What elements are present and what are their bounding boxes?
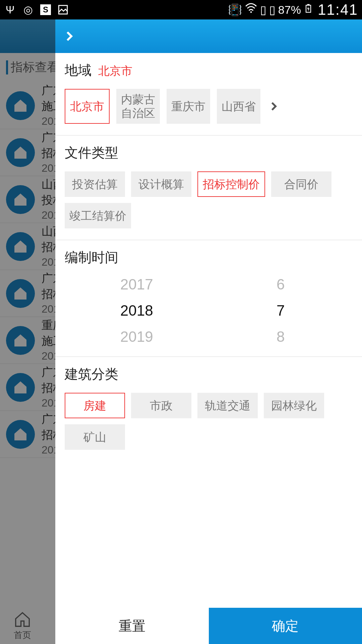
month-prev[interactable]: 6 <box>277 276 285 293</box>
category-chips: 房建 市政 轨道交通 园林绿化 矿山 <box>65 393 353 450</box>
clock: 11:41 <box>318 1 358 18</box>
year-prev[interactable]: 2017 <box>120 276 153 293</box>
year-picker[interactable]: 2017 2018 2019 <box>65 276 209 345</box>
filetype-chips: 投资估算 设计概算 招标控制价 合同价 竣工结算价 <box>65 171 353 228</box>
category-chip-fangjian[interactable]: 房建 <box>65 393 125 418</box>
month-next[interactable]: 8 <box>277 328 285 345</box>
status-left-icons: Ψ ◎ S <box>4 4 69 16</box>
sim2-icon: ▯ <box>269 3 276 16</box>
category-chip-kuangshan[interactable]: 矿山 <box>65 424 125 450</box>
region-chip-beijing[interactable]: 北京市 <box>65 89 110 124</box>
region-chip-chongqing[interactable]: 重庆市 <box>167 89 210 124</box>
battery-percent: 87% <box>278 3 301 16</box>
usb-icon: Ψ <box>4 4 16 16</box>
region-chip-row: 北京市 内蒙古 自治区 重庆市 山西省 <box>65 89 353 124</box>
section-category: 建筑分类 房建 市政 轨道交通 园林绿化 矿山 <box>55 357 362 461</box>
section-time-header: 编制时间 <box>65 248 353 267</box>
section-filetype-header: 文件类型 <box>65 144 353 162</box>
filetype-chip-jungong[interactable]: 竣工结算价 <box>65 203 131 228</box>
month-current[interactable]: 7 <box>277 302 285 319</box>
time-picker[interactable]: 2017 2018 2019 6 7 8 <box>65 276 353 345</box>
power-icon: ◎ <box>22 4 34 16</box>
app-icon-s: S <box>40 4 51 15</box>
category-chip-shizheng[interactable]: 市政 <box>131 393 191 418</box>
sim1-icon: ▯ <box>260 3 266 16</box>
status-right: 📳 ▯ ▯ 87% 11:41 <box>228 1 358 18</box>
filetype-chip-zhaobiao[interactable]: 招标控制价 <box>197 171 265 197</box>
svg-point-1 <box>250 11 252 13</box>
filetype-chip-hetong[interactable]: 合同价 <box>271 171 331 197</box>
confirm-button[interactable]: 确定 <box>209 608 362 644</box>
category-chip-guidao[interactable]: 轨道交通 <box>197 393 258 418</box>
filetype-chip-touzi[interactable]: 投资估算 <box>65 171 125 197</box>
status-bar: Ψ ◎ S 📳 ▯ ▯ 87% 11:41 <box>0 0 362 19</box>
year-current[interactable]: 2018 <box>120 302 153 319</box>
panel-header <box>55 19 362 53</box>
section-region-header: 地域 北京市 <box>65 61 353 79</box>
section-region: 地域 北京市 北京市 内蒙古 自治区 重庆市 山西省 <box>55 53 362 136</box>
panel-body: 地域 北京市 北京市 内蒙古 自治区 重庆市 山西省 文件类型 投资估算 设计概… <box>55 53 362 608</box>
section-category-header: 建筑分类 <box>65 365 353 383</box>
region-selected: 北京市 <box>98 63 132 79</box>
section-time: 编制时间 2017 2018 2019 6 7 8 <box>55 240 362 357</box>
chevron-right-icon[interactable] <box>63 30 75 42</box>
year-next[interactable]: 2019 <box>120 328 153 345</box>
category-chip-yuanlin[interactable]: 园林绿化 <box>264 393 324 418</box>
month-picker[interactable]: 6 7 8 <box>209 276 353 345</box>
region-chip-shanxi[interactable]: 山西省 <box>217 89 260 124</box>
svg-rect-3 <box>307 4 309 5</box>
image-icon <box>57 4 69 16</box>
vibrate-icon: 📳 <box>228 3 242 16</box>
time-label: 编制时间 <box>65 248 118 267</box>
region-label: 地域 <box>65 61 92 79</box>
filter-panel: 地域 北京市 北京市 内蒙古 自治区 重庆市 山西省 文件类型 投资估算 设计概… <box>55 19 362 644</box>
filetype-chip-sheji[interactable]: 设计概算 <box>131 171 191 197</box>
battery-icon <box>304 2 313 18</box>
panel-footer: 重置 确定 <box>55 608 362 644</box>
region-more-icon[interactable] <box>267 100 281 113</box>
reset-button[interactable]: 重置 <box>55 608 209 644</box>
section-filetype: 文件类型 投资估算 设计概算 招标控制价 合同价 竣工结算价 <box>55 136 362 240</box>
filetype-label: 文件类型 <box>65 144 118 162</box>
category-label: 建筑分类 <box>65 365 118 383</box>
region-chip-neimenggu[interactable]: 内蒙古 自治区 <box>116 89 160 124</box>
wifi-icon <box>245 2 257 17</box>
